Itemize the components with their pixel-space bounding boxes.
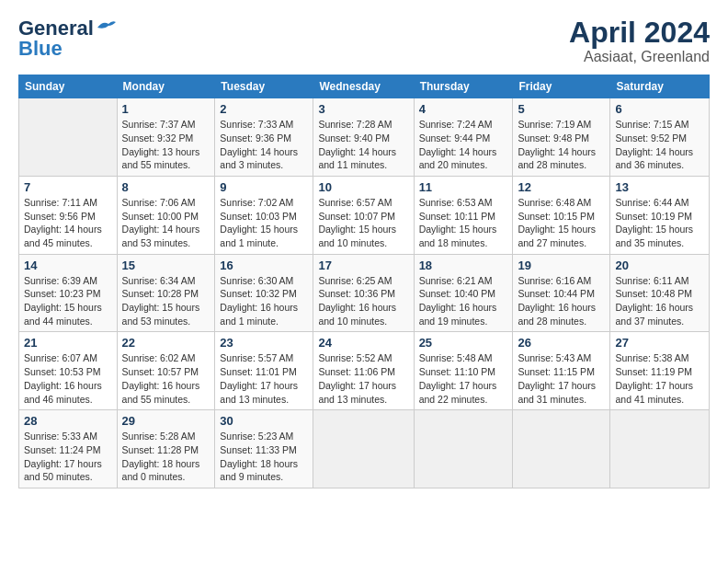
calendar-cell: 27Sunrise: 5:38 AM Sunset: 11:19 PM Dayl… xyxy=(610,332,710,410)
calendar-table: Sunday Monday Tuesday Wednesday Thursday… xyxy=(18,75,710,488)
calendar-subtitle: Aasiaat, Greenland xyxy=(569,49,710,65)
day-info: Sunrise: 5:33 AM Sunset: 11:24 PM Daylig… xyxy=(24,430,112,484)
day-info: Sunrise: 5:38 AM Sunset: 11:19 PM Daylig… xyxy=(615,351,704,406)
day-info: Sunrise: 7:19 AM Sunset: 9:48 PM Dayligh… xyxy=(518,118,605,172)
calendar-cell: 10Sunrise: 6:57 AM Sunset: 10:07 PM Dayl… xyxy=(313,176,414,254)
day-number: 11 xyxy=(419,180,508,194)
calendar-cell: 30Sunrise: 5:23 AM Sunset: 11:33 PM Dayl… xyxy=(215,410,313,488)
calendar-cell: 29Sunrise: 5:28 AM Sunset: 11:28 PM Dayl… xyxy=(117,410,215,488)
day-number: 21 xyxy=(24,336,112,350)
calendar-cell: 17Sunrise: 6:25 AM Sunset: 10:36 PM Dayl… xyxy=(313,254,414,332)
day-info: Sunrise: 6:53 AM Sunset: 10:11 PM Daylig… xyxy=(419,196,508,250)
day-number: 14 xyxy=(24,259,112,272)
calendar-week-row: 28Sunrise: 5:33 AM Sunset: 11:24 PM Dayl… xyxy=(19,410,710,488)
logo: General Blue xyxy=(18,17,116,61)
day-number: 25 xyxy=(419,336,508,350)
day-number: 27 xyxy=(615,336,704,350)
day-number: 4 xyxy=(419,102,508,116)
calendar-cell: 6Sunrise: 7:15 AM Sunset: 9:52 PM Daylig… xyxy=(610,98,710,177)
title-area: April 2024 Aasiaat, Greenland xyxy=(569,17,710,65)
day-number: 3 xyxy=(318,102,408,116)
day-info: Sunrise: 6:57 AM Sunset: 10:07 PM Daylig… xyxy=(318,196,408,250)
day-number: 17 xyxy=(318,259,408,272)
day-number: 20 xyxy=(615,259,704,272)
calendar-cell: 18Sunrise: 6:21 AM Sunset: 10:40 PM Dayl… xyxy=(414,254,513,332)
day-number: 12 xyxy=(518,180,605,194)
calendar-cell: 21Sunrise: 6:07 AM Sunset: 10:53 PM Dayl… xyxy=(19,332,118,410)
day-info: Sunrise: 6:21 AM Sunset: 10:40 PM Daylig… xyxy=(419,274,508,328)
col-sunday: Sunday xyxy=(19,75,118,98)
calendar-title: April 2024 xyxy=(569,17,710,49)
calendar-cell: 8Sunrise: 7:06 AM Sunset: 10:00 PM Dayli… xyxy=(117,176,215,254)
day-info: Sunrise: 6:39 AM Sunset: 10:23 PM Daylig… xyxy=(24,274,112,328)
logo-blue: Blue xyxy=(18,37,63,61)
calendar-cell: 9Sunrise: 7:02 AM Sunset: 10:03 PM Dayli… xyxy=(215,176,313,254)
day-number: 19 xyxy=(518,259,605,272)
day-number: 29 xyxy=(122,414,210,428)
calendar-cell: 15Sunrise: 6:34 AM Sunset: 10:28 PM Dayl… xyxy=(117,254,215,332)
col-wednesday: Wednesday xyxy=(313,75,414,98)
day-info: Sunrise: 5:52 AM Sunset: 11:06 PM Daylig… xyxy=(318,351,408,406)
day-info: Sunrise: 7:15 AM Sunset: 9:52 PM Dayligh… xyxy=(615,118,704,172)
calendar-cell: 4Sunrise: 7:24 AM Sunset: 9:44 PM Daylig… xyxy=(414,98,513,177)
calendar-cell xyxy=(313,410,414,488)
day-info: Sunrise: 6:02 AM Sunset: 10:57 PM Daylig… xyxy=(122,351,210,406)
col-monday: Monday xyxy=(117,75,215,98)
day-number: 18 xyxy=(419,259,508,272)
calendar-cell: 16Sunrise: 6:30 AM Sunset: 10:32 PM Dayl… xyxy=(215,254,313,332)
day-info: Sunrise: 6:25 AM Sunset: 10:36 PM Daylig… xyxy=(318,274,408,328)
day-number: 30 xyxy=(220,414,308,428)
calendar-cell: 11Sunrise: 6:53 AM Sunset: 10:11 PM Dayl… xyxy=(414,176,513,254)
day-number: 15 xyxy=(122,259,210,272)
day-number: 23 xyxy=(220,336,308,350)
calendar-cell: 23Sunrise: 5:57 AM Sunset: 11:01 PM Dayl… xyxy=(215,332,313,410)
header: General Blue April 2024 Aasiaat, Greenla… xyxy=(18,17,710,65)
day-number: 8 xyxy=(122,180,210,194)
day-number: 22 xyxy=(122,336,210,350)
day-number: 6 xyxy=(615,102,704,116)
day-info: Sunrise: 6:30 AM Sunset: 10:32 PM Daylig… xyxy=(220,274,308,328)
calendar-cell xyxy=(513,410,610,488)
calendar-cell: 2Sunrise: 7:33 AM Sunset: 9:36 PM Daylig… xyxy=(215,98,313,177)
day-number: 7 xyxy=(24,180,112,194)
calendar-cell xyxy=(414,410,513,488)
calendar-week-row: 21Sunrise: 6:07 AM Sunset: 10:53 PM Dayl… xyxy=(19,332,710,410)
day-info: Sunrise: 7:11 AM Sunset: 9:56 PM Dayligh… xyxy=(24,196,112,250)
calendar-cell: 12Sunrise: 6:48 AM Sunset: 10:15 PM Dayl… xyxy=(513,176,610,254)
day-info: Sunrise: 6:07 AM Sunset: 10:53 PM Daylig… xyxy=(24,351,112,406)
day-number: 2 xyxy=(220,102,308,116)
day-info: Sunrise: 5:57 AM Sunset: 11:01 PM Daylig… xyxy=(220,351,308,406)
calendar-cell: 13Sunrise: 6:44 AM Sunset: 10:19 PM Dayl… xyxy=(610,176,710,254)
day-info: Sunrise: 5:28 AM Sunset: 11:28 PM Daylig… xyxy=(122,430,210,484)
day-info: Sunrise: 6:44 AM Sunset: 10:19 PM Daylig… xyxy=(615,196,704,250)
calendar-cell: 26Sunrise: 5:43 AM Sunset: 11:15 PM Dayl… xyxy=(513,332,610,410)
calendar-cell: 5Sunrise: 7:19 AM Sunset: 9:48 PM Daylig… xyxy=(513,98,610,177)
day-number: 26 xyxy=(518,336,605,350)
calendar-cell: 25Sunrise: 5:48 AM Sunset: 11:10 PM Dayl… xyxy=(414,332,513,410)
calendar-cell: 3Sunrise: 7:28 AM Sunset: 9:40 PM Daylig… xyxy=(313,98,414,177)
day-info: Sunrise: 6:48 AM Sunset: 10:15 PM Daylig… xyxy=(518,196,605,250)
calendar-cell: 7Sunrise: 7:11 AM Sunset: 9:56 PM Daylig… xyxy=(19,176,118,254)
day-number: 9 xyxy=(220,180,308,194)
day-info: Sunrise: 7:06 AM Sunset: 10:00 PM Daylig… xyxy=(122,196,210,250)
day-info: Sunrise: 7:33 AM Sunset: 9:36 PM Dayligh… xyxy=(220,118,308,172)
day-info: Sunrise: 6:16 AM Sunset: 10:44 PM Daylig… xyxy=(518,274,605,328)
day-info: Sunrise: 5:48 AM Sunset: 11:10 PM Daylig… xyxy=(419,351,508,406)
day-number: 1 xyxy=(122,102,210,116)
day-info: Sunrise: 7:24 AM Sunset: 9:44 PM Dayligh… xyxy=(419,118,508,172)
day-info: Sunrise: 6:11 AM Sunset: 10:48 PM Daylig… xyxy=(615,274,704,328)
calendar-week-row: 7Sunrise: 7:11 AM Sunset: 9:56 PM Daylig… xyxy=(19,176,710,254)
calendar-week-row: 1Sunrise: 7:37 AM Sunset: 9:32 PM Daylig… xyxy=(19,98,710,177)
calendar-cell: 20Sunrise: 6:11 AM Sunset: 10:48 PM Dayl… xyxy=(610,254,710,332)
day-number: 5 xyxy=(518,102,605,116)
page: General Blue April 2024 Aasiaat, Greenla… xyxy=(0,0,728,563)
calendar-header-row: Sunday Monday Tuesday Wednesday Thursday… xyxy=(19,75,710,98)
calendar-cell: 14Sunrise: 6:39 AM Sunset: 10:23 PM Dayl… xyxy=(19,254,118,332)
day-info: Sunrise: 7:28 AM Sunset: 9:40 PM Dayligh… xyxy=(318,118,408,172)
day-info: Sunrise: 5:23 AM Sunset: 11:33 PM Daylig… xyxy=(220,430,308,484)
calendar-cell xyxy=(610,410,710,488)
logo-bird-icon xyxy=(96,18,116,35)
calendar-cell: 24Sunrise: 5:52 AM Sunset: 11:06 PM Dayl… xyxy=(313,332,414,410)
day-info: Sunrise: 5:43 AM Sunset: 11:15 PM Daylig… xyxy=(518,351,605,406)
calendar-cell: 22Sunrise: 6:02 AM Sunset: 10:57 PM Dayl… xyxy=(117,332,215,410)
